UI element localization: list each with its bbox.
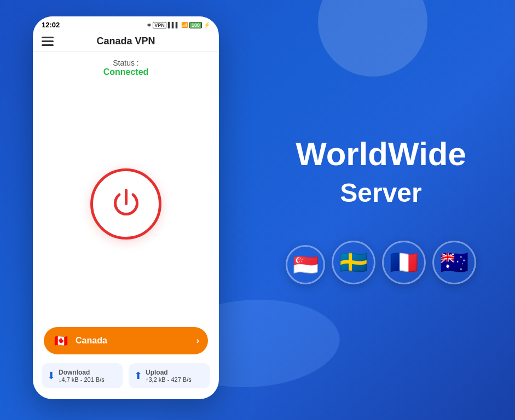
app-header: Canada VPN [33,31,219,52]
country-selector[interactable]: 🇨🇦 Canada › [44,327,208,354]
flag-sweden: 🇸🇪 [332,241,375,284]
hamburger-line-2 [42,40,54,42]
country-arrow: › [196,336,199,346]
upload-info: Upload ↑3,2 kB - 427 B/s [146,369,192,383]
hamburger-menu[interactable] [42,37,54,46]
power-button[interactable] [90,168,161,240]
status-value: Connected [33,67,219,77]
stats-row: ⬇ Download ↓4,7 kB - 201 B/s ⬆ Upload ↑3… [42,363,210,388]
download-label: Download [59,369,105,376]
vpn-status-section: Status : Connected [33,52,219,80]
download-info: Download ↓4,7 kB - 201 B/s [59,369,105,383]
battery-icon: 100 [189,22,202,28]
country-name: Canada [76,336,196,346]
flags-row: 🇸🇬 🇸🇪 🇫🇷 🇦🇺 [286,241,476,284]
upload-icon: ⬆ [134,370,142,382]
wifi-icon: 📶 [181,22,188,28]
power-icon [108,186,144,221]
headline-line2: Server [340,178,421,208]
headline-line1: WorldWide [296,136,466,172]
upload-value: ↑3,2 kB - 427 B/s [146,376,192,383]
phone-mockup: 12:02 ∗ VPN ▌▌▌ 📶 100 ⚡ Canada VPN Statu… [33,16,219,399]
flag-australia: 🇦🇺 [432,241,476,284]
app-title: Canada VPN [54,36,198,47]
download-value: ↓4,7 kB - 201 B/s [59,376,105,383]
flag-singapore: 🇸🇬 [286,245,325,284]
bluetooth-icon: ∗ [147,22,151,28]
status-bar: 12:02 ∗ VPN ▌▌▌ 📶 100 ⚡ [33,16,219,31]
signal-icon: ▌▌▌ [168,22,180,28]
status-label: Status : [33,59,219,67]
status-time: 12:02 [42,21,60,29]
bolt-icon: ⚡ [204,22,210,28]
hamburger-line-3 [42,44,54,46]
download-stat: ⬇ Download ↓4,7 kB - 201 B/s [42,363,123,388]
upload-stat: ⬆ Upload ↑3,2 kB - 427 B/s [129,363,210,388]
upload-label: Upload [146,369,192,376]
vpn-icon: VPN [153,22,166,28]
right-panel: WorldWide Server 🇸🇬 🇸🇪 🇫🇷 🇦🇺 [247,0,515,420]
status-icons: ∗ VPN ▌▌▌ 📶 100 ⚡ [147,22,210,28]
power-button-area [33,80,219,327]
hamburger-line-1 [42,37,54,38]
country-flag: 🇨🇦 [53,332,69,349]
download-icon: ⬇ [47,370,55,382]
flag-france: 🇫🇷 [382,241,426,284]
